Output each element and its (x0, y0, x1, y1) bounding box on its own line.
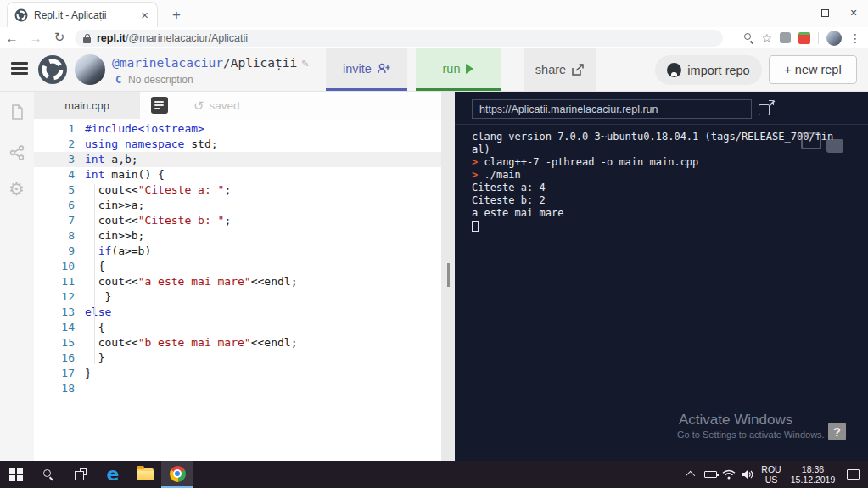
open-external-icon[interactable] (759, 100, 774, 115)
volume-status[interactable] (738, 461, 757, 488)
code-line[interactable]: 18 (34, 381, 441, 396)
restore-icon (821, 9, 829, 17)
main-area: ⚙ main.cpp ↺ saved 1#include<iostream>2u… (0, 92, 868, 461)
hamburger-menu-icon[interactable] (11, 62, 28, 76)
console-panel[interactable]: https://Aplicatii.marinelacaciur.repl.ru… (455, 92, 868, 461)
back-icon[interactable]: ← (0, 31, 24, 45)
file-explorer-button[interactable] (129, 461, 161, 488)
repl-description: C No description (113, 74, 193, 86)
console-url-bar[interactable]: https://Aplicatii.marinelacaciur.repl.ru… (472, 99, 752, 119)
code-editor-panel: main.cpp ↺ saved 1#include<iostream>2usi… (34, 92, 441, 461)
new-tab-button[interactable]: + (166, 6, 187, 25)
description-text: No description (128, 74, 193, 86)
file-tab-main-cpp[interactable]: main.cpp (34, 92, 140, 119)
minimize-button[interactable]: – (781, 0, 810, 25)
scrollbar-thumb[interactable] (447, 263, 450, 287)
line-number: 12 (34, 289, 75, 305)
prompt-icon: > (472, 169, 484, 181)
forward-icon[interactable]: → (24, 31, 48, 45)
browser-tab[interactable]: Repl.it - Aplicații × (7, 2, 158, 27)
console-line: Citeste a: 4 (472, 182, 858, 194)
invite-label: invite (343, 62, 372, 76)
browser-menu-icon[interactable]: ⋮ (849, 31, 861, 45)
code-line[interactable]: 9 if(a>=b) (34, 244, 441, 259)
bookmark-star-icon[interactable]: ☆ (761, 32, 772, 44)
battery-status[interactable] (701, 461, 720, 488)
console-line: a este mai mare (472, 207, 858, 220)
browser-profile-avatar[interactable] (826, 31, 842, 46)
new-repl-button[interactable]: + new repl (769, 55, 857, 84)
search-icon (43, 469, 53, 480)
extension-icon[interactable] (780, 32, 791, 43)
code-line[interactable]: 15 cout<<"b este mai mare"<<endl; (34, 335, 441, 351)
code-line[interactable]: 14 { (34, 320, 441, 335)
code-editor[interactable]: 1#include<iostream>2using namespace std;… (34, 120, 441, 461)
address-bar[interactable]: repl.it/@marinelacaciur/Aplicatii (75, 30, 723, 47)
url-text: repl.it/@marinelacaciur/Aplicatii (97, 32, 248, 44)
chrome-taskbar-button[interactable] (161, 461, 193, 488)
line-number: 14 (34, 320, 75, 335)
code-line[interactable]: 2using namespace std; (34, 137, 441, 152)
adblock-extension-icon[interactable] (798, 32, 810, 44)
clock[interactable]: 18:36 15.12.2019 (786, 464, 840, 485)
editor-scrollbar[interactable] (441, 92, 455, 461)
tray-chevron-button[interactable] (682, 461, 701, 488)
code-line[interactable]: 6 cin>>a; (34, 198, 441, 213)
code-line[interactable]: 3int a,b; (34, 152, 441, 167)
code-line[interactable]: 7 cout<<"Citeste b: "; (34, 213, 441, 228)
help-button[interactable]: ? (828, 423, 846, 440)
tab-close-icon[interactable]: × (139, 8, 150, 21)
action-center-icon[interactable] (847, 469, 860, 480)
file-explorer-icon (137, 468, 154, 480)
invite-button[interactable]: invite (326, 48, 407, 91)
zoom-icon[interactable] (744, 33, 753, 42)
person-plus-icon (378, 63, 390, 74)
repl-owner[interactable]: @marinelacaciur (112, 56, 223, 70)
terminal-output[interactable]: clang version 7.0.0-3~ubuntu0.18.04.1 (t… (472, 131, 858, 232)
edge-taskbar-button[interactable]: e (97, 461, 129, 488)
share-nodes-icon[interactable] (8, 144, 25, 161)
share-export-icon (572, 64, 585, 76)
wifi-icon (722, 469, 736, 480)
task-view-button[interactable] (64, 461, 97, 488)
language-indicator[interactable]: ROU US (757, 464, 786, 485)
settings-gear-icon[interactable]: ⚙ (8, 180, 25, 197)
refresh-icon[interactable]: ↻ (48, 30, 71, 45)
replit-favicon-icon (14, 8, 28, 22)
code-line[interactable]: 13else (34, 305, 441, 320)
run-label: run (443, 62, 461, 76)
restore-button[interactable] (810, 0, 839, 25)
line-number: 5 (34, 182, 75, 198)
close-button[interactable]: × (839, 0, 868, 25)
network-status[interactable] (720, 461, 738, 488)
edit-pencil-icon[interactable]: ✎ (301, 56, 308, 70)
history-icon[interactable]: ↺ (193, 99, 204, 112)
code-line[interactable]: 10 { (34, 259, 441, 274)
code-line[interactable]: 4int main() { (34, 167, 441, 182)
code-line[interactable]: 17} (34, 366, 441, 381)
replit-logo[interactable] (37, 54, 68, 85)
code-line[interactable]: 12 } (34, 289, 441, 305)
code-line[interactable]: 11 cout<<"a este mai mare"<<endl; (34, 274, 441, 289)
user-avatar[interactable] (75, 54, 105, 85)
line-number: 13 (34, 305, 75, 320)
run-button[interactable]: run (416, 48, 501, 91)
start-button[interactable] (0, 461, 32, 488)
edge-icon: e (107, 465, 120, 484)
code-line[interactable]: 1#include<iostream> (34, 121, 441, 137)
lock-icon (83, 34, 91, 43)
code-line[interactable]: 5 cout<<"Citeste a: "; (34, 182, 441, 198)
file-list-icon[interactable] (151, 97, 168, 114)
console-divider (455, 124, 868, 125)
replit-header: @marinelacaciur/Aplicații✎ C No descript… (0, 48, 868, 92)
code-line[interactable]: 16 } (34, 351, 441, 366)
console-line: clang version 7.0.0-3~ubuntu0.18.04.1 (t… (472, 131, 858, 143)
taskbar-search-button[interactable] (32, 461, 64, 488)
browser-titlebar: Repl.it - Aplicații × + – × (0, 0, 868, 27)
files-icon[interactable] (8, 104, 25, 121)
share-button[interactable]: share (524, 48, 596, 91)
screen: Repl.it - Aplicații × + – × ← → ↻ repl.i… (0, 0, 868, 488)
code-line[interactable]: 8 cin>>b; (34, 228, 441, 244)
import-repo-button[interactable]: import repo (655, 55, 762, 85)
repl-title: @marinelacaciur/Aplicații✎ (112, 56, 309, 70)
